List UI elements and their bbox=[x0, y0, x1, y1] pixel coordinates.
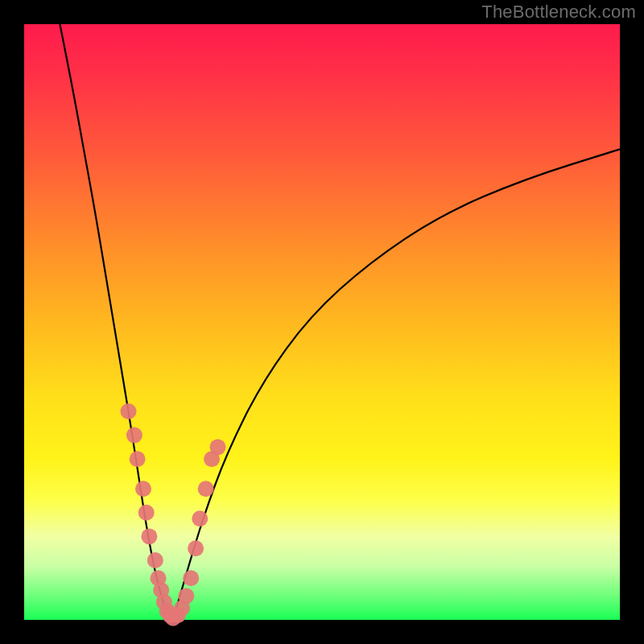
data-dot bbox=[178, 588, 194, 604]
data-dots bbox=[121, 403, 226, 626]
data-dot bbox=[138, 505, 155, 521]
data-dot bbox=[188, 540, 204, 556]
left-curve bbox=[60, 24, 173, 620]
data-dot bbox=[121, 403, 137, 419]
data-dot bbox=[210, 439, 226, 455]
data-dot bbox=[183, 570, 199, 586]
chart-container: { "watermark": "TheBottleneck.com", "col… bbox=[0, 0, 644, 644]
chart-svg bbox=[24, 24, 620, 620]
data-dot bbox=[141, 528, 157, 544]
data-dot bbox=[126, 427, 142, 444]
watermark-text: TheBottleneck.com bbox=[481, 2, 636, 23]
data-dot bbox=[198, 481, 214, 497]
data-dot bbox=[130, 451, 146, 467]
data-dot bbox=[147, 552, 163, 568]
right-curve bbox=[173, 149, 620, 620]
data-dot bbox=[135, 481, 151, 497]
data-dot bbox=[192, 510, 208, 526]
